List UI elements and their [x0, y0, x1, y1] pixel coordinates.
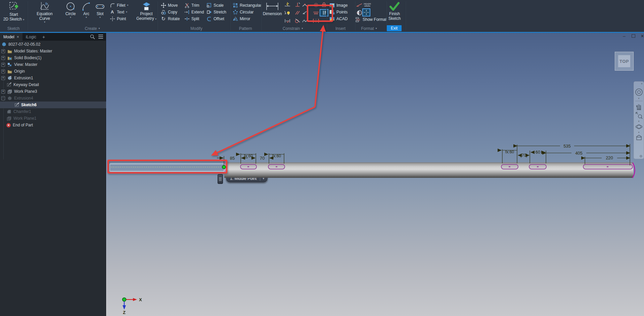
viewcube-top-face[interactable]: TOP — [618, 55, 630, 67]
arc-button[interactable]: Arc ▾ — [80, 1, 93, 19]
workplane-icon — [6, 116, 11, 121]
look-at-icon[interactable] — [635, 134, 643, 142]
tree-item-view-master[interactable]: + View: Master — [0, 61, 106, 68]
constrain-group-label[interactable]: Constrain▾ — [283, 26, 303, 31]
construction-format-button[interactable] — [355, 1, 363, 8]
insert-acad-button[interactable]: ACAD — [329, 15, 348, 22]
finish-sketch-button[interactable]: Finish Sketch — [387, 1, 402, 21]
expander-icon[interactable]: + — [1, 49, 5, 53]
tree-item-work-plane3[interactable]: + Work Plane3 — [0, 88, 106, 95]
rotate-button[interactable]: ↻ Rotate — [160, 15, 180, 22]
copy-button[interactable]: Copy — [160, 9, 177, 15]
selection-dropdown[interactable]: 1. Middle Point ▾ — [226, 174, 268, 183]
sketch-icon — [14, 103, 19, 108]
add-tab-button[interactable]: + — [40, 34, 48, 40]
tree-item-work-plane1[interactable]: Work Plane1 — [0, 115, 106, 122]
tree-item-keyway-detail[interactable]: Keyway Detail — [0, 81, 106, 88]
search-button[interactable] — [90, 34, 95, 41]
expander-icon[interactable]: + — [1, 76, 5, 80]
tree-item-end-of-part[interactable]: × End of Part — [0, 122, 106, 128]
minimize-icon[interactable]: – — [622, 34, 627, 38]
navbar-minimize-icon[interactable]: ⊖ — [640, 155, 642, 158]
coincident-constraint-button[interactable] — [301, 1, 309, 8]
sketch-group-label: Sketch — [7, 26, 20, 31]
concentric-constraint-button[interactable]: ◎ — [312, 1, 320, 8]
expander-icon[interactable]: + — [1, 90, 5, 93]
sketch-only-button[interactable] — [355, 9, 363, 16]
create-group-label[interactable]: Create▾ — [85, 26, 100, 31]
tangent-constraint-button[interactable] — [293, 17, 302, 24]
project-geometry-button[interactable]: Project Geometry ▾ — [136, 1, 157, 21]
tree-item-extrusion4[interactable]: − Extrusion4 — [0, 95, 106, 102]
tree-item-chamfer1[interactable]: Chamfer1 — [0, 108, 106, 115]
navbar-caret-icon[interactable]: ▾ — [638, 131, 640, 133]
rectangular-pattern-button[interactable]: Rectangular — [232, 2, 262, 8]
stretch-button[interactable]: Stretch — [206, 9, 226, 15]
tree-item-model-states[interactable]: + Model States: Master — [0, 48, 106, 54]
tree-item-origin[interactable]: + Origin — [0, 68, 106, 75]
move-button[interactable]: Move — [160, 2, 178, 8]
zoom-select-icon[interactable] — [635, 111, 643, 119]
equation-curve-button[interactable]: fx Equation Curve ▾ — [32, 1, 58, 24]
chevron-down-icon[interactable]: ▾ — [263, 177, 268, 180]
folder-icon — [7, 69, 12, 74]
restore-icon[interactable] — [631, 34, 636, 38]
insert-points-button[interactable]: Points — [329, 9, 348, 15]
navbar-caret-icon[interactable]: ▾ — [638, 120, 640, 122]
navbar-caret-icon[interactable]: ▾ — [638, 97, 640, 100]
tree-item-extrusion1[interactable]: + Extrusion1 — [0, 75, 106, 81]
dimension-button[interactable]: Dimension — [262, 1, 283, 16]
format-group-label[interactable]: Format▾ — [361, 26, 377, 31]
start-2d-sketch-button[interactable]: Start 2D Sketch ▾ — [3, 1, 25, 22]
insert-image-button[interactable]: Image — [329, 2, 348, 8]
driven-dimension-button[interactable]: H(x)H — [363, 1, 371, 8]
offset-button[interactable]: Offset — [206, 15, 224, 22]
trim-button[interactable]: Trim — [184, 2, 199, 8]
expander-icon[interactable]: + — [1, 56, 5, 60]
dimension-display-button[interactable] — [283, 17, 291, 24]
point-button[interactable]: Point — [109, 15, 126, 22]
auto-constrain-button[interactable] — [283, 9, 291, 16]
slot-button[interactable]: Slot ▾ — [93, 1, 107, 19]
collinear-constraint-button[interactable] — [301, 9, 309, 16]
expander-icon[interactable]: − — [1, 96, 5, 100]
symmetric-hatch-constraint-button[interactable] — [312, 9, 320, 16]
parallel-constraint-button[interactable] — [293, 9, 302, 16]
centerline-format-button-active[interactable] — [363, 9, 370, 16]
close-tab-icon[interactable]: × — [17, 35, 19, 39]
scale-button[interactable]: Scale — [206, 2, 224, 8]
viewcube[interactable]: TOP — [615, 52, 634, 71]
expander-icon[interactable]: + — [1, 70, 5, 73]
browser-menu-button[interactable] — [98, 35, 103, 39]
split-icon — [184, 16, 190, 22]
show-format-button[interactable]: Show Format — [355, 16, 386, 23]
pan-hand-icon[interactable] — [635, 103, 643, 111]
smooth-constraint-button[interactable] — [301, 17, 309, 24]
extend-button[interactable]: Extend — [184, 9, 204, 15]
viewport[interactable]: – × TOP × ▾ ▾ ▾ ⊖ 1. Middle Point ▾ — [106, 33, 644, 316]
tab-model[interactable]: Model× — [0, 33, 22, 41]
text-button[interactable]: A Text▾ — [109, 9, 127, 15]
bulb-icon — [284, 10, 291, 15]
symmetric-constraint-button[interactable] — [312, 17, 320, 24]
tree-item-part-root[interactable]: 8027-07-02-05.02 — [0, 41, 106, 48]
fillet-button[interactable]: Fillet▾ — [109, 2, 128, 8]
close-icon[interactable]: × — [640, 34, 644, 38]
orbit-icon[interactable] — [635, 123, 643, 130]
mirror-button[interactable]: Mirror — [232, 15, 250, 22]
split-button[interactable]: Split — [184, 15, 199, 22]
navigation-wheel-icon[interactable] — [635, 88, 643, 96]
tree-item-sketch6-selected[interactable]: Sketch6 — [0, 102, 106, 108]
tab-ilogic[interactable]: iLogic — [22, 33, 40, 41]
perpendicular-constraint-button[interactable] — [293, 1, 302, 8]
auto-dimension-button[interactable] — [283, 1, 291, 8]
move-icon — [160, 3, 166, 8]
scale-icon — [206, 3, 212, 8]
navbar-close-icon[interactable]: × — [641, 82, 643, 85]
circular-pattern-button[interactable]: Circular — [232, 9, 254, 15]
tree-item-solid-bodies[interactable]: + Solid Bodies(1) — [0, 54, 106, 61]
selection-grip-handle[interactable] — [218, 174, 223, 184]
expander-icon[interactable]: + — [1, 63, 5, 67]
circle-button[interactable]: Circle ▾ — [63, 1, 78, 19]
exit-button[interactable]: Exit — [387, 25, 402, 31]
